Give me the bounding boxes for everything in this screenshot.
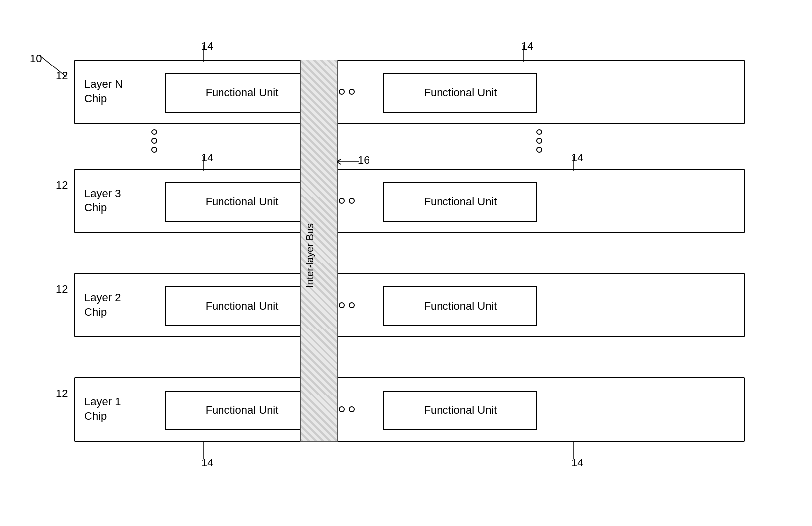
- vdot: [151, 147, 157, 153]
- dot: [349, 198, 355, 204]
- vdot: [536, 129, 542, 135]
- dot: [349, 302, 355, 308]
- func-unit-1-left: Functional Unit: [165, 391, 319, 430]
- func-unit-1-right: Functional Unit: [383, 391, 537, 430]
- func-unit-n-left: Functional Unit: [165, 73, 319, 113]
- ref-arrow-n-left: [189, 45, 219, 65]
- layer-2-ref: 12: [56, 283, 68, 296]
- chip-layer-2: Layer 2 Chip Functional Unit Functional …: [74, 273, 745, 337]
- vdot: [151, 129, 157, 135]
- layer-3-ref: 12: [56, 179, 68, 192]
- vdots-right: [536, 129, 542, 153]
- vdot: [536, 147, 542, 153]
- dot: [339, 406, 345, 412]
- ref-arrow-1-left-bottom: [189, 442, 219, 460]
- dot: [339, 302, 345, 308]
- layer-1-ref: 12: [56, 387, 68, 400]
- layer-n-ref: 12: [56, 69, 68, 82]
- chip-layer-2-label: Layer 2 Chip: [84, 291, 121, 319]
- dot: [339, 89, 345, 95]
- func-unit-2-right: Functional Unit: [383, 286, 537, 326]
- func-unit-3-right: Functional Unit: [383, 182, 537, 222]
- ref-arrow-1-right-bottom: [559, 442, 589, 460]
- func-unit-2-left: Functional Unit: [165, 286, 319, 326]
- diagram-container: 10 Layer N Chip Functional Unit Function…: [30, 25, 785, 501]
- chip-layer-n: Layer N Chip Functional Unit Functional …: [74, 60, 745, 124]
- func-unit-n-right: Functional Unit: [383, 73, 537, 113]
- dot: [349, 89, 355, 95]
- bus-label: Inter-layer Bus: [304, 74, 316, 437]
- chip-layer-1: Layer 1 Chip Functional Unit Functional …: [74, 377, 745, 442]
- ref-arrow-3-right: [559, 156, 589, 174]
- chip-layer-3: Layer 3 Chip Functional Unit Functional …: [74, 169, 745, 233]
- dot: [349, 406, 355, 412]
- func-unit-3-left: Functional Unit: [165, 182, 319, 222]
- chip-layer-1-label: Layer 1 Chip: [84, 395, 121, 423]
- dot: [339, 198, 345, 204]
- bus-ref-arrow: [337, 158, 362, 168]
- ref-arrow-n-right: [509, 45, 539, 65]
- vdot: [536, 138, 542, 144]
- vdot: [151, 138, 157, 144]
- chip-layer-3-label: Layer 3 Chip: [84, 187, 121, 215]
- chip-layer-n-label: Layer N Chip: [84, 77, 123, 106]
- ref-arrow-3-left: [189, 156, 219, 174]
- vdots-left: [151, 129, 157, 153]
